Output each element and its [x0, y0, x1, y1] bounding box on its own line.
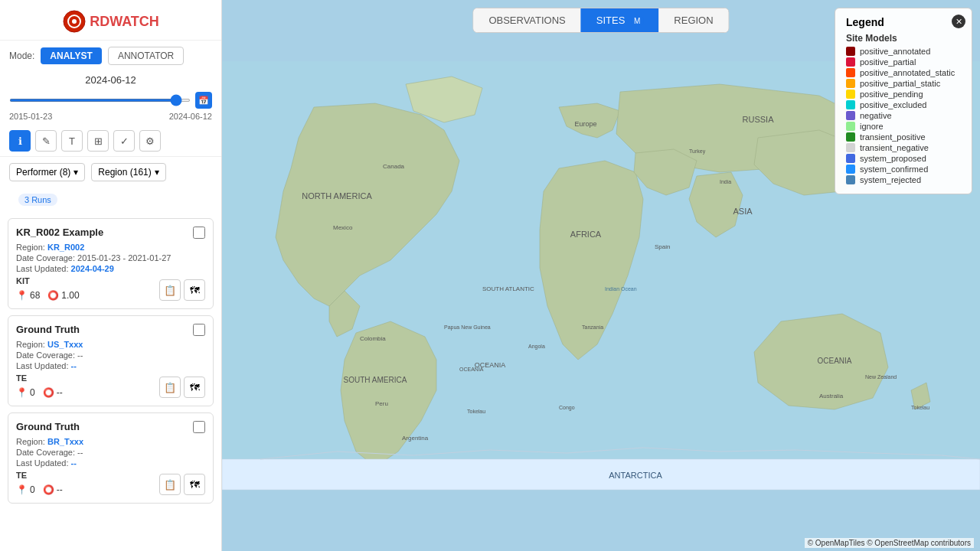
performer-dropdown[interactable]: Performer (8) ▾ [9, 163, 85, 181]
card-actions: 📋 🗺 [159, 377, 205, 398]
region-chevron: ▾ [155, 167, 159, 178]
card-action-table[interactable]: 📋 [159, 279, 181, 301]
svg-text:ANTARCTICA: ANTARCTICA [609, 471, 662, 480]
performer-chevron: ▾ [74, 167, 78, 178]
card-region-row: Region: BR_Txxx [16, 437, 205, 446]
score-icon: ⭕ [43, 387, 54, 398]
card-action-table[interactable]: 📋 [159, 474, 181, 495]
tab-region[interactable]: REGION [658, 8, 728, 32]
legend-item: transient_negative [846, 143, 961, 152]
card-actions: 📋 🗺 [159, 474, 205, 495]
runs-badge: 3 Runs [18, 194, 57, 206]
svg-text:SOUTH AMERICA: SOUTH AMERICA [344, 376, 407, 384]
map-tabs: OBSERVATIONS SITES M REGION [472, 8, 729, 33]
runs-badge-container: 3 Runs [0, 187, 221, 212]
card-actions: 📋 🗺 [159, 279, 205, 301]
logo-bar: RDWATCH [0, 0, 221, 41]
card-action-table[interactable]: 📋 [159, 377, 181, 398]
map-credit: © OpenMapTiles © OpenStreetMap contribut… [805, 538, 974, 548]
tab-sites[interactable]: SITES M [581, 8, 659, 32]
legend-close-button[interactable]: ✕ [952, 15, 965, 28]
legend-item: positive_annotated_static [846, 68, 961, 77]
svg-text:ASIA: ASIA [733, 207, 753, 216]
card-title: Ground Truth [16, 324, 205, 335]
stat-count: 68 [30, 290, 40, 301]
legend-item: positive_partial_static [846, 79, 961, 88]
svg-text:Argentina: Argentina [402, 435, 429, 442]
stat-score: ⭕ -- [43, 484, 63, 495]
card-last-updated-row: Last Updated: -- [16, 361, 205, 370]
stat-location: 📍 0 [16, 387, 35, 398]
legend-item: system_proposed [846, 154, 961, 163]
region-dropdown[interactable]: Region (161) ▾ [91, 163, 165, 181]
card-last-updated-row: Last Updated: 2024-04-29 [16, 264, 205, 273]
card-title: Ground Truth [16, 421, 205, 432]
tool-grid[interactable]: ⊞ [87, 130, 109, 152]
svg-text:Europe: Europe [574, 120, 596, 128]
svg-text:Papua New Guinea: Papua New Guinea [444, 324, 491, 331]
timeline-slider-row: 📅 [0, 89, 221, 112]
card-card3: Ground Truth Region: BR_Txxx Date Covera… [8, 412, 214, 504]
card-action-map[interactable]: 🗺 [184, 474, 205, 495]
timeline-slider[interactable] [9, 99, 191, 102]
svg-text:RUSSIA: RUSSIA [743, 115, 775, 124]
card-last-updated-row: Last Updated: -- [16, 458, 205, 468]
performer-label: Performer (8) [16, 167, 70, 178]
annotator-button[interactable]: ANNOTATOR [108, 47, 184, 65]
card-action-map[interactable]: 🗺 [184, 279, 205, 301]
legend-items: positive_annotatedpositive_partialpositi… [846, 47, 961, 184]
tool-edit[interactable]: ✎ [35, 130, 57, 152]
svg-text:Peru: Peru [375, 400, 388, 407]
legend-item: positive_partial [846, 57, 961, 67]
stat-count: 0 [30, 484, 35, 495]
calendar-button[interactable]: 📅 [195, 92, 212, 109]
card-date-coverage-row: Date Coverage: -- [16, 448, 205, 457]
svg-text:India: India [720, 179, 731, 184]
cards-container: KR_R002 Example Region: KR_R002 Date Cov… [0, 212, 221, 510]
card-action-map[interactable]: 🗺 [184, 377, 205, 398]
svg-text:Congo: Congo [559, 405, 575, 411]
card-region-row: Region: US_Txxx [16, 340, 205, 349]
stat-score: ⭕ 1.00 [47, 290, 79, 301]
svg-text:AFRICA: AFRICA [570, 230, 602, 239]
stat-count: 0 [30, 387, 35, 398]
svg-text:Canada: Canada [383, 163, 405, 170]
stat-location: 📍 0 [16, 484, 35, 495]
svg-text:New Zealand: New Zealand [865, 374, 897, 380]
score-icon: ⭕ [43, 484, 54, 495]
card-checkbox[interactable] [193, 324, 205, 336]
score-icon: ⭕ [47, 290, 59, 301]
svg-text:Spain: Spain [655, 243, 670, 250]
card-card2: Ground Truth Region: US_Txxx Date Covera… [8, 315, 214, 406]
left-panel: RDWATCH Mode: ANALYST ANNOTATOR 2024-06-… [0, 0, 222, 551]
svg-text:Australia: Australia [819, 393, 844, 399]
svg-text:Tanzania: Tanzania [582, 324, 603, 330]
legend-panel: ✕ Legend Site Models positive_annotatedp… [835, 8, 972, 194]
date-range-row: 2015-01-23 2024-06-12 [0, 112, 221, 126]
tool-check[interactable]: ✓ [113, 130, 135, 152]
legend-item: system_confirmed [846, 165, 961, 174]
sites-badge: M [631, 16, 643, 26]
tool-info[interactable]: ℹ [9, 130, 31, 152]
card-checkbox[interactable] [193, 227, 205, 239]
card-card1: KR_R002 Example Region: KR_R002 Date Cov… [8, 218, 214, 309]
stat-score-value: -- [57, 484, 63, 495]
card-title: KR_R002 Example [16, 227, 205, 238]
tool-text[interactable]: T [61, 130, 83, 152]
tab-observations[interactable]: OBSERVATIONS [473, 8, 580, 32]
start-date: 2015-01-23 [9, 112, 52, 121]
svg-text:SOUTH ATLANTIC: SOUTH ATLANTIC [482, 285, 534, 292]
legend-item: system_rejected [846, 175, 961, 184]
card-region-row: Region: KR_R002 [16, 243, 205, 252]
legend-section-title: Site Models [846, 33, 961, 44]
card-checkbox[interactable] [193, 421, 205, 433]
svg-text:Turkey: Turkey [689, 148, 706, 155]
tool-settings[interactable]: ⚙ [139, 130, 161, 152]
svg-text:Colombia: Colombia [360, 335, 386, 342]
stat-score-value: -- [57, 387, 63, 398]
logo-icon [62, 9, 87, 34]
svg-text:Tokelau: Tokelau [911, 405, 929, 410]
end-date: 2024-06-12 [169, 112, 212, 121]
analyst-button[interactable]: ANALYST [41, 47, 102, 64]
legend-item: ignore [846, 122, 961, 131]
